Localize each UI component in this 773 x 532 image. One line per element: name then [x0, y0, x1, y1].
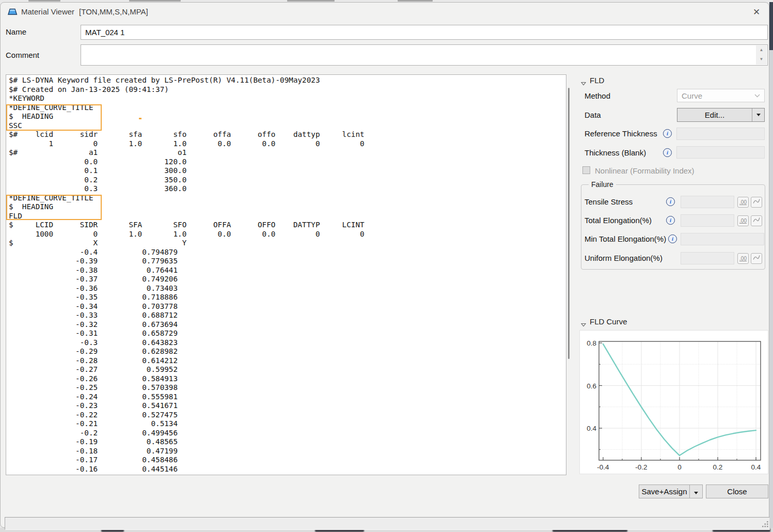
window-title: Material Viewer[TON,MM,S,N,MPA] [21, 7, 148, 16]
background-window-fragment [129, 0, 181, 2]
background-window-edge [769, 2, 773, 50]
fld-curve-plot: 0.80.60.4-0.4-0.200.20.4 [579, 330, 768, 474]
svg-text:0.2: 0.2 [713, 463, 723, 471]
failure-title: Failure [589, 180, 616, 189]
info-icon[interactable]: i [663, 148, 672, 157]
svg-text:-0.4: -0.4 [597, 463, 609, 471]
close-icon[interactable]: ✕ [751, 7, 762, 18]
svg-text:0: 0 [677, 463, 682, 471]
tensile-stress-label: Tensile Stress [585, 197, 633, 206]
save-assign-dropdown-button[interactable] [689, 484, 703, 498]
min-total-elongation-input[interactable] [681, 233, 764, 245]
collapse-arrow-icon [581, 320, 586, 324]
keyword-editor[interactable]: $# LS-DYNA Keyword file created by LS-Pr… [6, 74, 566, 475]
curve-icon [752, 254, 761, 261]
uniform-elongation-curve-button[interactable] [751, 253, 762, 264]
reference-thickness-label: Reference Thickness [585, 129, 657, 138]
total-elongation-curve-button[interactable] [751, 215, 762, 226]
tensile-decimal-button[interactable]: .00 [737, 197, 749, 208]
highlight-box-fld [6, 195, 102, 220]
material-viewer-dialog: Material Viewer[TON,MM,S,N,MPA] ✕ Name C… [0, 2, 769, 528]
edit-dropdown-button[interactable] [752, 108, 764, 121]
uniform-elongation-decimal-button[interactable]: .00 [737, 253, 749, 264]
svg-text:0.4: 0.4 [587, 425, 596, 432]
svg-text:0.8: 0.8 [587, 339, 596, 347]
comment-scroll: ▲ ▼ [756, 45, 767, 65]
total-elongation-label: Total Elongation(%) [585, 216, 652, 225]
info-icon[interactable]: i [666, 197, 675, 206]
triangle-down-icon [694, 492, 698, 494]
scroll-up-icon[interactable]: ▲ [756, 45, 767, 55]
collapse-arrow-icon [581, 79, 586, 83]
unit-system-label: [TON,MM,S,N,MPA] [79, 7, 148, 16]
info-icon[interactable]: i [668, 234, 677, 243]
background-window-fragment [287, 0, 335, 2]
save-assign-button[interactable]: Save+Assign [639, 484, 690, 498]
tensile-stress-input[interactable] [681, 196, 734, 208]
uniform-elongation-label: Uniform Elongation(%) [585, 254, 662, 262]
nonlinear-label: Nonlinear (Formability Index) [595, 166, 695, 175]
min-total-elongation-label: Min Total Elongation(%) [585, 234, 666, 243]
fld-curve-chart: 0.80.60.4-0.4-0.200.20.4 [580, 331, 769, 475]
thickness-blank-label: Thickness (Blank) [585, 148, 646, 157]
close-button[interactable]: Close [706, 484, 768, 498]
nonlinear-checkbox[interactable] [582, 166, 590, 174]
edit-button[interactable]: Edit... [677, 108, 752, 121]
triangle-down-icon [756, 114, 761, 116]
background-window-fragment [398, 0, 433, 2]
svg-text:0.6: 0.6 [587, 382, 596, 390]
svg-text:-0.2: -0.2 [635, 463, 647, 471]
status-bar [5, 517, 770, 530]
info-icon[interactable]: i [663, 129, 672, 138]
chevron-down-icon [754, 94, 760, 98]
screen: Material Viewer[TON,MM,S,N,MPA] ✕ Name C… [0, 0, 773, 532]
total-elongation-input[interactable] [681, 214, 734, 227]
name-label: Name [6, 27, 26, 36]
material-icon [7, 8, 18, 18]
titlebar[interactable]: Material Viewer[TON,MM,S,N,MPA] ✕ [1, 3, 769, 20]
background-window-edge [769, 50, 773, 528]
svg-text:0.4: 0.4 [751, 463, 761, 471]
data-edit-split-button: Edit... [677, 108, 765, 122]
info-icon[interactable]: i [666, 216, 675, 225]
tensile-curve-button[interactable] [751, 197, 762, 208]
resize-grip[interactable] [762, 521, 769, 527]
uniform-elongation-input[interactable] [681, 252, 734, 264]
data-label: Data [585, 111, 601, 119]
name-input[interactable] [81, 25, 768, 40]
comment-input[interactable]: ▲ ▼ [81, 44, 768, 66]
scroll-down-icon[interactable]: ▼ [756, 55, 767, 64]
thickness-blank-input[interactable] [676, 146, 765, 159]
comment-label: Comment [6, 51, 39, 59]
reference-thickness-input[interactable] [676, 128, 765, 140]
fld-section-header[interactable]: FLD [581, 76, 604, 85]
curve-icon [752, 216, 761, 223]
total-elongation-decimal-button[interactable]: .00 [737, 215, 749, 226]
method-label: Method [585, 91, 610, 100]
background-window-fragment [28, 0, 60, 2]
highlight-box-ssc [6, 104, 102, 131]
highlight-dash [139, 118, 141, 119]
editor-scrollbar[interactable] [568, 88, 570, 359]
curve-icon [752, 197, 761, 205]
fld-curve-section-header[interactable]: FLD Curve [581, 317, 627, 326]
method-select[interactable]: Curve [677, 89, 765, 102]
keyword-text: $# LS-DYNA Keyword file created by LS-Pr… [9, 76, 365, 474]
